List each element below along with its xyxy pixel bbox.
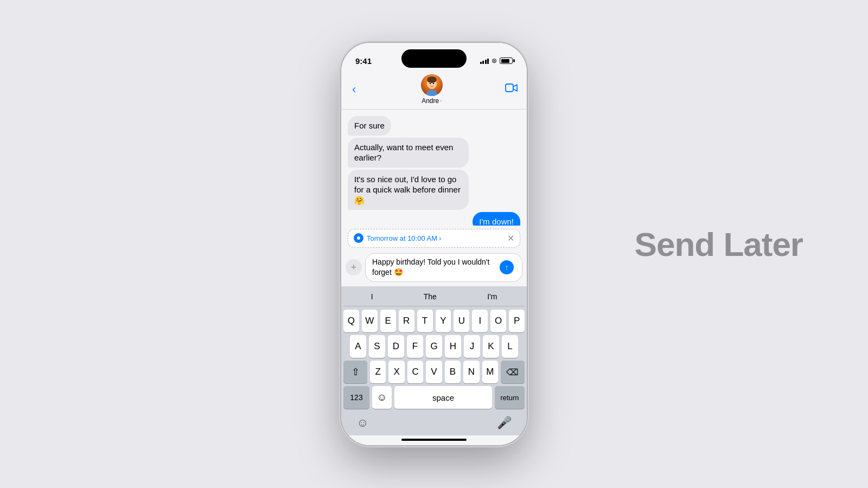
svg-rect-6	[506, 84, 513, 92]
suggestion-the[interactable]: The	[419, 291, 441, 303]
delete-key[interactable]: ⌫	[501, 361, 525, 383]
emoji-key[interactable]: ☺	[372, 386, 392, 409]
key-a[interactable]: A	[350, 335, 366, 358]
nav-center: Andre ›	[421, 74, 443, 105]
emoji-keyboard-button[interactable]: ☺	[354, 414, 371, 432]
contact-name-text: Andre	[422, 97, 439, 105]
key-z[interactable]: Z	[370, 361, 386, 383]
back-button[interactable]: ‹	[350, 80, 358, 99]
key-l[interactable]: L	[502, 335, 518, 358]
send-icon: ↑	[505, 263, 509, 271]
keyboard-row-3: ⇧ Z X C V B N M ⌫	[343, 361, 525, 383]
input-area: + Happy birthday! Told you I wouldn't fo…	[341, 250, 527, 286]
keyboard-row-2: A S D F G H J K L	[343, 335, 525, 358]
numbers-key[interactable]: 123	[343, 386, 369, 409]
key-n[interactable]: N	[463, 361, 479, 383]
key-b[interactable]: B	[445, 361, 461, 383]
wifi-icon: ⊛	[492, 57, 497, 65]
schedule-bar-left: Tomorrow at 10:00 AM ›	[354, 233, 441, 243]
status-time: 9:41	[355, 56, 372, 66]
key-o[interactable]: O	[490, 310, 506, 332]
page-wrapper: Send Later 9:41 ⊛ ‹	[0, 0, 868, 488]
contact-chevron-icon: ›	[440, 98, 442, 104]
key-s[interactable]: S	[369, 335, 385, 358]
key-c[interactable]: C	[407, 361, 423, 383]
message-bubble-0: For sure	[348, 116, 391, 136]
contact-name-row[interactable]: Andre ›	[422, 97, 442, 105]
keyboard-row-1: Q W E R T Y U I O P	[343, 310, 525, 332]
battery-icon	[500, 57, 513, 64]
key-x[interactable]: X	[388, 361, 404, 383]
key-d[interactable]: D	[388, 335, 404, 358]
key-r[interactable]: R	[399, 310, 414, 332]
video-call-button[interactable]	[505, 82, 518, 97]
add-attachment-button[interactable]: +	[346, 259, 362, 275]
contact-avatar[interactable]	[421, 74, 443, 96]
keyboard-suggestions: I The I'm	[343, 291, 525, 306]
nav-bar: ‹	[341, 72, 527, 110]
iphone-frame: 9:41 ⊛ ‹	[341, 43, 527, 445]
shift-key[interactable]: ⇧	[343, 361, 367, 383]
key-q[interactable]: Q	[343, 310, 359, 332]
schedule-time-text[interactable]: Tomorrow at 10:00 AM ›	[367, 234, 441, 242]
key-g[interactable]: G	[426, 335, 442, 358]
key-h[interactable]: H	[445, 335, 461, 358]
key-v[interactable]: V	[426, 361, 442, 383]
key-p[interactable]: P	[509, 310, 525, 332]
svg-point-4	[432, 83, 434, 85]
schedule-bar-wrapper: Tomorrow at 10:00 AM › ✕	[341, 226, 527, 250]
key-f[interactable]: F	[407, 335, 423, 358]
message-input[interactable]: Happy birthday! Told you I wouldn't forg…	[365, 253, 522, 282]
emoji-mic-row: ☺ 🎤	[343, 412, 525, 433]
dynamic-island	[401, 49, 467, 68]
svg-point-3	[429, 83, 431, 85]
messages-area: For sure Actually, want to meet even ear…	[341, 110, 527, 226]
key-u[interactable]: U	[454, 310, 469, 332]
key-w[interactable]: W	[362, 310, 378, 332]
key-k[interactable]: K	[483, 335, 499, 358]
key-i[interactable]: I	[472, 310, 488, 332]
schedule-close-button[interactable]: ✕	[507, 233, 514, 243]
schedule-dot-icon	[354, 233, 363, 243]
keyboard: I The I'm Q W E R T Y U I O P A S D	[341, 286, 527, 435]
suggestion-im[interactable]: I'm	[483, 291, 501, 303]
status-icons: ⊛	[480, 57, 513, 65]
suggestion-i[interactable]: I	[367, 291, 378, 303]
key-e[interactable]: E	[380, 310, 396, 332]
send-later-label: Send Later	[635, 225, 803, 264]
key-y[interactable]: Y	[436, 310, 451, 332]
keyboard-row-bottom: 123 ☺ space return	[343, 386, 525, 409]
message-bubble-2: It's so nice out, I'd love to go for a q…	[348, 170, 469, 210]
home-indicator	[401, 439, 467, 441]
message-bubble-1: Actually, want to meet even earlier?	[348, 138, 469, 168]
schedule-chevron-icon: ›	[439, 234, 441, 242]
return-key[interactable]: return	[495, 386, 525, 409]
input-wrapper: Happy birthday! Told you I wouldn't forg…	[365, 253, 522, 282]
message-bubble-3: I'm down!	[473, 212, 520, 226]
key-t[interactable]: T	[417, 310, 433, 332]
signal-icon	[480, 57, 489, 64]
key-j[interactable]: J	[464, 335, 480, 358]
key-m[interactable]: M	[482, 361, 498, 383]
space-key[interactable]: space	[394, 386, 492, 409]
schedule-bar[interactable]: Tomorrow at 10:00 AM › ✕	[348, 229, 520, 248]
dictation-button[interactable]: 🎤	[495, 414, 514, 432]
home-bar-area	[341, 435, 527, 445]
svg-point-2	[427, 76, 437, 83]
